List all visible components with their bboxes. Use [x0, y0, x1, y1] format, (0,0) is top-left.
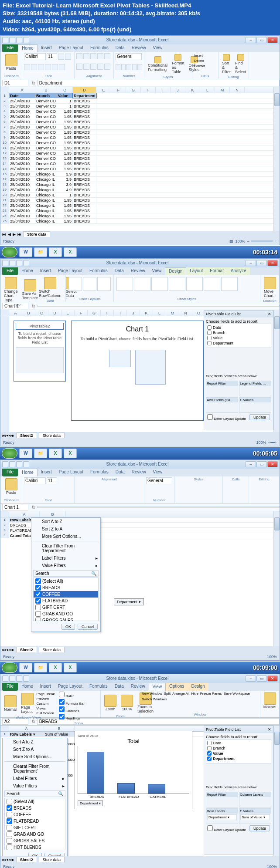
field-item[interactable]: Branch — [207, 330, 270, 335]
column-header[interactable]: J — [171, 87, 185, 93]
column-header[interactable]: B — [22, 310, 35, 316]
data-cell[interactable]: BREADS — [73, 109, 96, 114]
row-header[interactable]: 21 — [0, 198, 9, 203]
normal-view-button[interactable]: Normal — [2, 694, 18, 713]
data-cell[interactable]: 25/04/2010 — [9, 172, 35, 176]
hide-button[interactable]: Hide — [191, 692, 198, 696]
filter-check-item[interactable]: COFFEE — [34, 591, 98, 598]
data-cell[interactable]: 1 — [57, 193, 73, 197]
tab-view[interactable]: View — [149, 267, 165, 275]
column-header[interactable]: K — [185, 87, 200, 93]
data-cell[interactable]: BREADS — [73, 104, 96, 108]
align-middle-icon[interactable] — [83, 53, 89, 59]
tab-insert[interactable]: Insert — [38, 44, 55, 52]
data-cell[interactable]: 4.9 — [57, 187, 73, 192]
minimize-button[interactable]: – — [246, 260, 256, 266]
name-box[interactable]: D1 — [2, 80, 28, 86]
row-header[interactable]: 17 — [0, 177, 9, 182]
border-icon[interactable] — [45, 64, 51, 70]
page-layout-view-button[interactable]: Page Layout — [19, 692, 36, 715]
ok-button[interactable]: OK — [28, 853, 42, 856]
field-item[interactable]: Department — [207, 341, 270, 346]
show-check[interactable]: Formula Bar — [59, 699, 99, 706]
data-cell[interactable]: Chicago IL — [35, 182, 57, 187]
data-cell[interactable]: 1 — [57, 104, 73, 108]
tab-review[interactable]: Review — [127, 267, 149, 275]
data-cell[interactable]: BREADS — [73, 172, 96, 176]
data-cell[interactable]: 1.95 — [57, 203, 73, 208]
freeze-panes-button[interactable]: Freeze Panes — [200, 692, 222, 696]
macros-button[interactable]: Macros — [262, 692, 277, 710]
column-header[interactable]: C — [35, 310, 48, 316]
row-header[interactable]: 1 — [0, 93, 9, 98]
name-box[interactable]: Chart 1 — [2, 504, 28, 510]
task-excel-icon[interactable]: X — [49, 663, 62, 672]
data-cell[interactable]: Denver CO — [35, 114, 57, 119]
redo-icon[interactable] — [23, 461, 29, 467]
tab-layout[interactable]: Layout — [186, 267, 206, 275]
fx-icon[interactable]: fx — [32, 505, 35, 510]
data-cell[interactable]: 25/04/2010 — [9, 177, 35, 182]
file-tab[interactable]: File — [2, 44, 18, 52]
data-cell[interactable]: Chicago IL — [35, 172, 57, 176]
tab-data[interactable]: Data — [111, 683, 127, 691]
insert-cells-button[interactable]: Insert — [194, 53, 216, 58]
data-cell[interactable]: 1.95 — [57, 140, 73, 145]
column-header[interactable]: E — [96, 87, 111, 93]
filter-check-item[interactable]: FLATBREAD — [34, 598, 98, 604]
data-cell[interactable]: BREADS — [73, 135, 96, 140]
header-cell[interactable]: Value — [57, 93, 73, 98]
menu-item[interactable]: Sort A to Z — [31, 518, 100, 525]
row-header[interactable]: 2 — [0, 98, 9, 103]
data-cell[interactable]: 1.95 — [57, 109, 73, 114]
data-cell[interactable]: BREADS — [73, 125, 96, 129]
decrease-indent-icon[interactable] — [97, 64, 103, 70]
data-cell[interactable]: Denver CO — [35, 125, 57, 129]
row-header[interactable]: 23 — [0, 208, 9, 213]
drop-zone[interactable]: Row LabelsDepartment ▾ — [206, 808, 238, 824]
data-cell[interactable]: 25/04/2010 — [9, 219, 35, 223]
formula-input[interactable]: Department — [37, 80, 280, 86]
close-button[interactable]: ✕ — [267, 37, 278, 43]
bold-icon[interactable] — [24, 64, 30, 70]
data-cell[interactable]: Chicago IL — [35, 203, 57, 208]
show-check[interactable]: Headings — [59, 714, 99, 721]
column-header[interactable]: E — [61, 310, 75, 316]
field-item[interactable]: Date — [207, 740, 270, 746]
sheet-nav-first-icon[interactable]: ⏮ — [2, 232, 6, 236]
data-cell[interactable]: 25/04/2010 — [9, 166, 35, 171]
delete-cells-button[interactable]: Delete — [194, 58, 216, 64]
column-header[interactable]: D — [73, 87, 96, 93]
sheet-tab-store-data[interactable]: Store data — [39, 647, 65, 652]
column-header[interactable]: A — [9, 87, 35, 93]
filter-check-item[interactable]: GRAB AND GO — [5, 831, 65, 838]
menu-item[interactable]: Value Filters▸ — [31, 562, 100, 569]
tab-design[interactable]: Design — [188, 683, 208, 691]
sheet-tab-sheet2[interactable]: Sheet2 — [16, 647, 37, 652]
maximize-button[interactable]: ▭ — [256, 675, 267, 682]
data-cell[interactable]: 25/04/2010 — [9, 140, 35, 145]
orientation-icon[interactable] — [97, 53, 103, 59]
data-cell[interactable]: Denver CO — [35, 98, 57, 103]
font-color-icon[interactable] — [59, 64, 65, 70]
data-cell[interactable]: BREADS — [73, 193, 96, 197]
column-header[interactable]: A — [9, 310, 22, 316]
pivotchart-placeholder[interactable]: Chart 1 To build a PivotChart, choose fi… — [71, 321, 204, 421]
data-cell[interactable]: BREADS — [73, 213, 96, 218]
undo-icon[interactable] — [16, 675, 22, 682]
column-header[interactable]: H — [141, 87, 156, 93]
start-button[interactable] — [2, 247, 17, 257]
data-cell[interactable]: BREADS — [73, 166, 96, 171]
row-header[interactable]: 6 — [0, 119, 9, 124]
sheet-tab-sheet2[interactable]: Sheet2 — [16, 857, 37, 862]
redo-icon[interactable] — [23, 37, 29, 43]
currency-icon[interactable] — [116, 64, 120, 70]
column-header[interactable]: K — [140, 310, 153, 316]
defer-checkbox[interactable]: Defer Layout Update — [207, 825, 246, 832]
tab-analyze[interactable]: Analyze — [227, 267, 250, 275]
data-cell[interactable]: 1.95 — [57, 208, 73, 213]
data-cell[interactable]: 25/04/2010 — [9, 213, 35, 218]
fill-color-icon[interactable] — [52, 64, 58, 70]
zoom-button[interactable]: Zoom — [102, 694, 118, 712]
data-cell[interactable]: 25/04/2010 — [9, 125, 35, 129]
